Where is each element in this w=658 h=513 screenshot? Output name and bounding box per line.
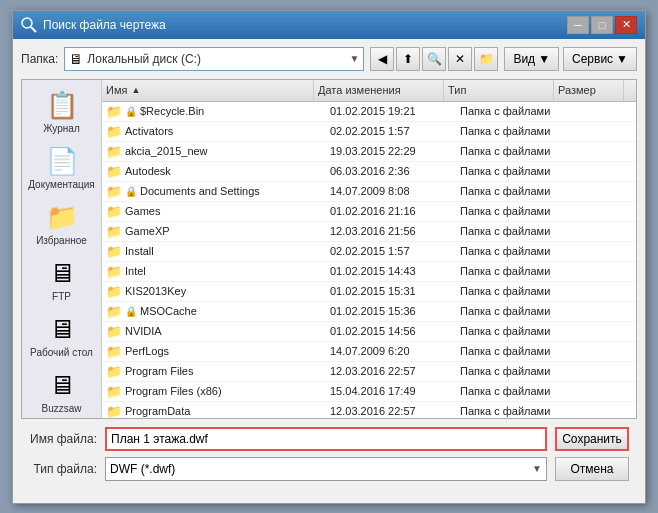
file-type-cell: Папка с файлами: [456, 162, 566, 181]
file-name-cell: 📁 ProgramData: [102, 402, 326, 418]
svg-line-1: [31, 27, 36, 32]
back-button[interactable]: ◀: [370, 47, 394, 71]
service-label: Сервис: [572, 52, 613, 66]
col-date[interactable]: Дата изменения: [314, 80, 444, 101]
table-row[interactable]: 📁 GameXP 12.03.2016 21:56 Папка с файлам…: [102, 222, 636, 242]
file-name-cell: 📁 🔒 $Recycle.Bin: [102, 102, 326, 121]
file-size-cell: [566, 382, 636, 401]
table-row[interactable]: 📁 KIS2013Key 01.02.2015 15:31 Папка с фа…: [102, 282, 636, 302]
table-row[interactable]: 📁 NVIDIA 01.02.2015 14:56 Папка с файлам…: [102, 322, 636, 342]
folder-icon: 📁: [106, 244, 122, 259]
col-scroll-spacer: [624, 80, 636, 101]
table-row[interactable]: 📁 Program Files (x86) 15.04.2016 17:49 П…: [102, 382, 636, 402]
minimize-button[interactable]: ─: [567, 16, 589, 34]
dialog-body: Папка: 🖥 Локальный диск (C:) ▼ ◀ ⬆ 🔍 ✕: [13, 39, 645, 503]
delete-button[interactable]: ✕: [448, 47, 472, 71]
service-arrow-icon: ▼: [616, 52, 628, 66]
sidebar-label-2: Избранное: [36, 235, 87, 246]
sort-arrow: ▲: [131, 85, 140, 95]
save-button[interactable]: Сохранить: [555, 427, 629, 451]
table-row[interactable]: 📁 Program Files 12.03.2016 22:57 Папка с…: [102, 362, 636, 382]
sidebar-item-избранное[interactable]: 📁 Избранное: [22, 196, 101, 252]
file-type-cell: Папка с файлами: [456, 242, 566, 261]
table-row[interactable]: 📁 Autodesk 06.03.2016 2:36 Папка с файла…: [102, 162, 636, 182]
main-area: 📋 Журнал 📄 Документация 📁 Избранное 🖥 FT…: [21, 79, 637, 419]
file-name-cell: 📁 GameXP: [102, 222, 326, 241]
table-row[interactable]: 📁 PerfLogs 14.07.2009 6:20 Папка с файла…: [102, 342, 636, 362]
sidebar-item-документация[interactable]: 📄 Документация: [22, 140, 101, 196]
sidebar-label-3: FTP: [52, 291, 71, 302]
sidebar-item-журнал[interactable]: 📋 Журнал: [22, 84, 101, 140]
file-panel: Имя▲ Дата изменения Тип Размер 📁 🔒 $Recy…: [102, 80, 636, 418]
file-name-cell: 📁 Program Files: [102, 362, 326, 381]
nav-buttons: ◀ ⬆ 🔍 ✕ 📁: [370, 47, 498, 71]
folder-icon: 📁: [106, 184, 122, 199]
file-type-cell: Папка с файлами: [456, 122, 566, 141]
file-type-cell: Папка с файлами: [456, 342, 566, 361]
sidebar-item-рабочий-стол[interactable]: 🖥 Рабочий стол: [22, 308, 101, 364]
sidebar-icon-3: 🖥: [49, 258, 75, 289]
table-row[interactable]: 📁 Install 02.02.2015 1:57 Папка с файлам…: [102, 242, 636, 262]
folder-icon: 📁: [106, 164, 122, 179]
sidebar-item-ftp[interactable]: 🖥 FTP: [22, 252, 101, 308]
file-date-cell: 01.02.2015 15:31: [326, 282, 456, 301]
folder-icon: 📁: [106, 144, 122, 159]
table-row[interactable]: 📁 🔒 MSOCache 01.02.2015 15:36 Папка с фа…: [102, 302, 636, 322]
table-row[interactable]: 📁 ProgramData 12.03.2016 22:57 Папка с ф…: [102, 402, 636, 418]
combo-arrow-icon: ▼: [350, 53, 360, 64]
file-date-cell: 19.03.2015 22:29: [326, 142, 456, 161]
maximize-button[interactable]: □: [591, 16, 613, 34]
file-size-cell: [566, 182, 636, 201]
file-size-cell: [566, 342, 636, 361]
toolbar-row: Папка: 🖥 Локальный диск (C:) ▼ ◀ ⬆ 🔍 ✕: [21, 47, 637, 71]
col-type[interactable]: Тип: [444, 80, 554, 101]
new-folder-button[interactable]: 📁: [474, 47, 498, 71]
table-row[interactable]: 📁 Activators 02.02.2015 1:57 Папка с фай…: [102, 122, 636, 142]
table-row[interactable]: 📁 akcia_2015_new 19.03.2015 22:29 Папка …: [102, 142, 636, 162]
col-name[interactable]: Имя▲: [102, 80, 314, 101]
folder-icon: 📁: [106, 364, 122, 379]
folder-combo[interactable]: 🖥 Локальный диск (C:) ▼: [64, 47, 364, 71]
search-button[interactable]: 🔍: [422, 47, 446, 71]
table-row[interactable]: 📁 Games 01.02.2016 21:16 Папка с файлами: [102, 202, 636, 222]
view-button[interactable]: Вид ▼: [504, 47, 559, 71]
table-row[interactable]: 📁 Intel 01.02.2015 14:43 Папка с файлами: [102, 262, 636, 282]
file-name-cell: 📁 Intel: [102, 262, 326, 281]
folder-icon: 📁: [106, 404, 122, 418]
search-icon: 🔍: [427, 52, 442, 66]
file-date-cell: 14.07.2009 6:20: [326, 342, 456, 361]
sidebar-icon-0: 📋: [46, 90, 78, 121]
file-name-cell: 📁 Activators: [102, 122, 326, 141]
file-name-cell: 📁 akcia_2015_new: [102, 142, 326, 161]
file-date-cell: 01.02.2015 14:56: [326, 322, 456, 341]
file-size-cell: [566, 222, 636, 241]
file-size-cell: [566, 282, 636, 301]
filetype-combo[interactable]: DWF (*.dwf) ▼: [105, 457, 547, 481]
service-button[interactable]: Сервис ▼: [563, 47, 637, 71]
file-name-cell: 📁 Games: [102, 202, 326, 221]
sidebar-item-buzzsaw[interactable]: 🖥 Buzzsaw: [22, 364, 101, 420]
up-button[interactable]: ⬆: [396, 47, 420, 71]
close-button[interactable]: ✕: [615, 16, 637, 34]
filename-input[interactable]: [105, 427, 547, 451]
folder-icon: 📁: [106, 264, 122, 279]
sidebar-icon-1: 📄: [46, 146, 78, 177]
file-date-cell: 12.03.2016 22:57: [326, 402, 456, 418]
file-name-text: Program Files (x86): [125, 385, 222, 397]
file-date-cell: 01.02.2015 19:21: [326, 102, 456, 121]
file-date-cell: 01.02.2015 15:36: [326, 302, 456, 321]
folder-icon: 📁: [479, 52, 494, 66]
file-list[interactable]: 📁 🔒 $Recycle.Bin 01.02.2015 19:21 Папка …: [102, 102, 636, 418]
file-name-cell: 📁 PerfLogs: [102, 342, 326, 361]
bottom-section: Имя файла: Сохранить Тип файла: DWF (*.d…: [21, 419, 637, 495]
title-controls: ─ □ ✕: [567, 16, 637, 34]
table-row[interactable]: 📁 🔒 Documents and Settings 14.07.2009 8:…: [102, 182, 636, 202]
file-type-cell: Папка с файлами: [456, 202, 566, 221]
col-size[interactable]: Размер: [554, 80, 624, 101]
col-name-text: Имя: [106, 84, 127, 96]
sidebar-label-5: Buzzsaw: [41, 403, 81, 414]
title-bar: Поиск файла чертежа ─ □ ✕: [13, 11, 645, 39]
cancel-button[interactable]: Отмена: [555, 457, 629, 481]
table-row[interactable]: 📁 🔒 $Recycle.Bin 01.02.2015 19:21 Папка …: [102, 102, 636, 122]
file-name-text: Activators: [125, 125, 173, 137]
